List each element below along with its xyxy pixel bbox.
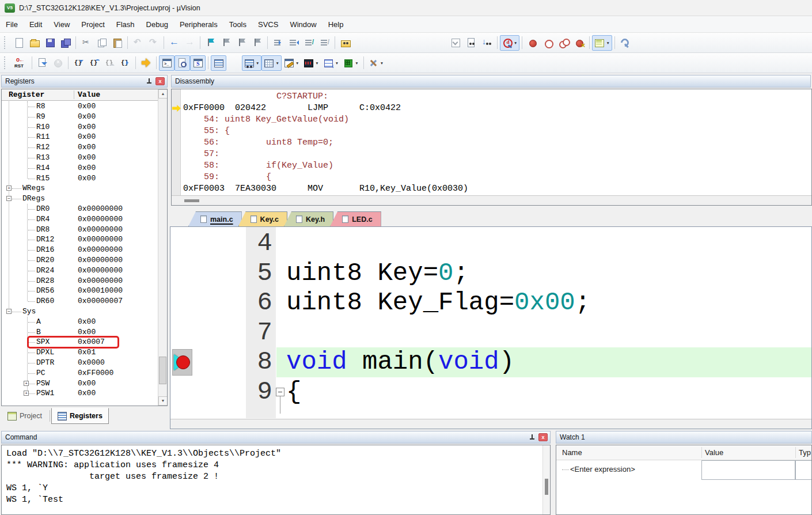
menu-tools[interactable]: Tools (223, 16, 252, 32)
menu-window[interactable]: Window (284, 16, 322, 32)
register-row-dr56[interactable]: DR560x00010000 (2, 286, 158, 296)
undo-button[interactable] (130, 35, 146, 51)
expand-icon[interactable]: + (24, 391, 29, 396)
paste-button[interactable] (109, 35, 125, 51)
run-to-cursor-button[interactable] (117, 55, 133, 71)
memory-window-button[interactable]: ▼ (261, 55, 281, 71)
menu-debug[interactable]: Debug (141, 16, 174, 32)
incremental-find-button[interactable] (479, 35, 495, 51)
scroll-up-icon[interactable]: ▲ (158, 89, 168, 99)
comment-button[interactable] (301, 35, 317, 51)
collapse-icon[interactable]: − (6, 309, 12, 314)
register-row-dr12[interactable]: DR120x00000000 (2, 234, 158, 245)
watch-row[interactable]: <Enter expression> (556, 460, 811, 480)
nav-forward-button[interactable] (182, 35, 198, 51)
disassembly-window-button[interactable] (174, 55, 190, 71)
menu-help[interactable]: Help (322, 16, 350, 32)
toggle-bookmark-button[interactable] (203, 35, 218, 51)
start-stop-debug-button[interactable]: ▼ (500, 35, 519, 51)
scrollbar-thumb[interactable] (545, 479, 548, 495)
menu-flash[interactable]: Flash (111, 16, 141, 32)
find-in-files-button[interactable] (337, 35, 353, 51)
cut-button[interactable] (78, 35, 94, 51)
toolbar-grip[interactable] (4, 56, 7, 69)
command-output[interactable]: Load "D:\\7_STC32G12K128\\KEY_V1.3\\Obje… (1, 445, 551, 515)
register-row-r14[interactable]: R140x00 (2, 163, 158, 173)
register-row-r11[interactable]: R110x00 (2, 132, 158, 142)
register-row-wregs[interactable]: +WRegs (2, 183, 158, 194)
views-dropdown-button[interactable]: ▼ (592, 35, 612, 51)
new-file-button[interactable] (11, 35, 26, 51)
reset-button[interactable] (11, 55, 29, 71)
menu-svcs[interactable]: SVCS (252, 16, 284, 32)
scrollbar-thumb[interactable] (159, 357, 166, 384)
save-button[interactable] (42, 35, 58, 51)
register-row-psw1[interactable]: +PSW10x00 (2, 388, 158, 399)
find-button[interactable] (464, 35, 479, 51)
nav-back-button[interactable] (166, 35, 182, 51)
register-row-r13[interactable]: R130x00 (2, 153, 158, 163)
file-tab-key-c[interactable]: Key.c (238, 211, 287, 226)
file-tab-key-h[interactable]: Key.h (284, 211, 333, 226)
disassembly-hscrollbar[interactable] (172, 195, 811, 205)
menu-edit[interactable]: Edit (24, 16, 48, 32)
register-row-dptr[interactable]: DPTR0x0000 (2, 358, 158, 368)
open-file-button[interactable] (26, 35, 42, 51)
register-row-r15[interactable]: R150x00 (2, 173, 158, 184)
register-row-dr24[interactable]: DR240x00000000 (2, 266, 158, 276)
tab-project[interactable]: Project (1, 408, 48, 424)
toggle-breakpoint-button[interactable] (540, 35, 556, 51)
step-into-button[interactable] (71, 55, 86, 71)
step-out-button[interactable] (102, 55, 117, 71)
copy-button[interactable] (94, 35, 109, 51)
expand-icon[interactable]: + (24, 381, 29, 386)
register-row-r9[interactable]: R90x00 (2, 112, 158, 122)
pin-icon[interactable] (145, 77, 153, 85)
next-bookmark-button[interactable] (234, 35, 249, 51)
tools-menu-button[interactable]: ▼ (366, 55, 386, 71)
menu-file[interactable]: File (0, 16, 24, 32)
watch-value-cell[interactable] (701, 460, 795, 480)
disable-all-breakpoints-button[interactable] (556, 35, 571, 51)
register-row-dr28[interactable]: DR280x00000000 (2, 276, 158, 286)
register-row-psw[interactable]: +PSW0x00 (2, 378, 158, 389)
watch-enter-expression[interactable]: <Enter expression> (570, 465, 635, 474)
scrollbar-thumb[interactable] (184, 199, 199, 202)
register-row-dregs[interactable]: −DRegs (2, 194, 158, 204)
register-row-dr8[interactable]: DR80x00000000 (2, 225, 158, 235)
register-row-r10[interactable]: R100x00 (2, 122, 158, 132)
pin-icon[interactable] (528, 433, 536, 441)
stop-button[interactable] (50, 55, 66, 71)
indent-button[interactable] (270, 35, 286, 51)
close-icon[interactable]: x (538, 433, 548, 441)
serial-window-button[interactable]: ▼ (282, 55, 301, 71)
step-over-button[interactable] (86, 55, 102, 71)
save-all-button[interactable] (58, 35, 73, 51)
redo-button[interactable] (146, 35, 161, 51)
system-viewer-button[interactable]: ▼ (341, 55, 361, 71)
symbols-window-button[interactable] (190, 55, 206, 71)
scroll-down-icon[interactable]: ▼ (158, 396, 168, 406)
disassembly-view[interactable]: C?STARTUP:0xFF0000 020422 LJMP C:0x0422 … (171, 89, 812, 206)
search-dropdown-button[interactable] (448, 35, 464, 51)
run-button[interactable] (35, 55, 50, 71)
configure-button[interactable] (617, 35, 633, 51)
uncomment-button[interactable] (317, 35, 332, 51)
menu-project[interactable]: Project (75, 16, 110, 32)
register-row-pc[interactable]: PC0xFF0000 (2, 368, 158, 378)
menu-view[interactable]: View (48, 16, 75, 32)
register-row-dr60[interactable]: DR600x00000007 (2, 296, 158, 306)
expand-icon[interactable]: + (6, 185, 12, 191)
call-stack-window-button[interactable] (226, 55, 242, 71)
toolbar-grip[interactable] (4, 36, 7, 49)
register-row-dr0[interactable]: DR00x00000000 (2, 204, 158, 214)
registers-scrollbar[interactable]: ▲ ▼ (158, 89, 167, 406)
close-icon[interactable]: x (155, 77, 165, 85)
register-row-a[interactable]: A0x00 (2, 317, 158, 327)
clear-bookmarks-button[interactable] (249, 35, 265, 51)
command-scrollbar[interactable] (542, 445, 550, 514)
registers-window-button[interactable] (211, 55, 226, 71)
prev-bookmark-button[interactable] (218, 35, 234, 51)
tab-registers[interactable]: Registers (51, 408, 109, 424)
register-row-r8[interactable]: R80x00 (2, 101, 158, 112)
